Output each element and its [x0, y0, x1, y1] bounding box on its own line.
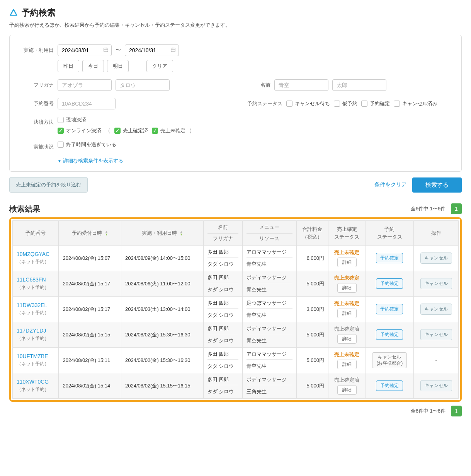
results-table: 予約番号 予約受付日時 ▲▼ 実施・利用日時 ▲▼ 名前 フリガナ	[12, 220, 459, 399]
cb-sales-unfixed[interactable]	[152, 128, 158, 134]
date-from-input[interactable]	[58, 44, 112, 56]
cell-received: 2024/08/02(金) 15:11	[59, 348, 121, 373]
cancel-button[interactable]: キャンセル	[420, 380, 452, 391]
cell-usage: 2024/08/02(金) 15:30〜16:30	[121, 348, 204, 373]
cb-past-end[interactable]	[58, 142, 64, 148]
cell-price: 5,000円	[296, 348, 328, 373]
date-to-input[interactable]	[125, 44, 179, 56]
reservation-no-input[interactable]	[58, 98, 116, 109]
th-res-status: 予約 ステータス	[366, 221, 414, 246]
res-status-button[interactable]: 予約確定	[376, 329, 403, 340]
reservation-id-link[interactable]: 11DW332EL	[17, 302, 54, 308]
search-panel: 実施・利用日 〜 昨日 今日	[9, 35, 462, 172]
name-last-input[interactable]	[274, 79, 328, 91]
detail-button[interactable]: 詳細	[337, 258, 357, 267]
res-status-button[interactable]: 予約確定	[376, 380, 403, 391]
res-status-button[interactable]: 予約確定	[376, 304, 403, 314]
cell-received: 2024/08/02(金) 15:15	[59, 322, 121, 348]
furigana-first-input[interactable]	[116, 79, 170, 91]
sort-icon: ▲▼	[105, 230, 108, 236]
sales-status: 売上未確定	[332, 351, 362, 358]
cell-furigana: タダ シロウ	[207, 261, 238, 268]
filter-unfixed-button[interactable]: 売上未確定の予約を絞り込む	[9, 177, 88, 193]
tomorrow-button[interactable]: 明日	[107, 60, 129, 72]
table-row: 110XWT0CG （ネット予約）2024/08/02(金) 15:142024…	[13, 373, 459, 399]
cancel-button[interactable]: キャンセル	[420, 304, 452, 315]
table-row: 11LC683FN （ネット予約）2024/08/02(金) 15:172024…	[13, 271, 459, 297]
clear-date-button[interactable]: クリア	[146, 60, 173, 72]
furigana-last-input[interactable]	[58, 79, 112, 91]
cell-resource: 青空先生	[247, 337, 292, 344]
reservation-id-link[interactable]: 110XWT0CG	[17, 379, 54, 385]
reservation-id-link[interactable]: 117DZY1DJ	[17, 328, 54, 334]
cb-tentative-label: 仮予約	[342, 100, 357, 107]
sales-status: 売上確定済	[332, 377, 362, 384]
date-label: 実施・利用日	[19, 44, 54, 54]
cb-onsite-label: 現地決済	[66, 116, 86, 123]
advanced-toggle[interactable]: 詳細な検索条件を表示する	[58, 157, 123, 164]
cb-sales-fixed[interactable]	[114, 128, 121, 134]
cb-online-label: オンライン決済	[66, 127, 101, 134]
yesterday-button[interactable]: 昨日	[58, 60, 79, 72]
sort-icon: ▲▼	[180, 230, 183, 236]
reservation-id-link[interactable]: 10MZQGYAC	[17, 251, 54, 257]
reservation-id-link[interactable]: 11LC683FN	[17, 276, 54, 283]
cb-onsite-payment[interactable]	[58, 117, 64, 123]
cancel-button[interactable]: キャンセル	[420, 253, 452, 264]
detail-button[interactable]: 詳細	[337, 334, 357, 344]
cell-received: 2024/08/02(金) 15:17	[59, 297, 121, 322]
table-row: 10UFTMZBE （ネット予約）2024/08/02(金) 15:112024…	[13, 348, 459, 373]
cell-price: 5,000円	[296, 373, 328, 399]
results-title: 検索結果	[9, 204, 40, 214]
th-received[interactable]: 予約受付日時 ▲▼	[59, 221, 121, 246]
cell-menu: ボディマッサージ	[247, 274, 292, 283]
cell-menu: 足つぼマッサージ	[247, 300, 292, 309]
reservation-source: （ネット予約）	[17, 259, 54, 265]
th-res-no: 予約番号	[13, 221, 59, 246]
table-row: 11DW332EL （ネット予約）2024/08/02(金) 15:172024…	[13, 297, 459, 322]
cb-sales-fixed-label: 売上確定済	[123, 127, 148, 134]
cell-name: 多田 四郎	[207, 351, 238, 360]
exec-status-label: 実施状況	[19, 141, 54, 150]
th-usage[interactable]: 実施・利用日時 ▲▼	[121, 221, 204, 246]
today-button[interactable]: 今日	[82, 60, 104, 72]
th-name: 名前 フリガナ	[203, 221, 242, 246]
reservation-id-link[interactable]: 10UFTMZBE	[17, 353, 54, 359]
cb-confirmed[interactable]	[361, 101, 367, 107]
cancel-button[interactable]: キャンセル	[420, 329, 452, 340]
cell-resource: 青空先生	[247, 286, 292, 293]
cb-sales-unfixed-label: 売上未確定	[160, 127, 185, 134]
cb-cancelled[interactable]	[394, 101, 400, 107]
detail-button[interactable]: 詳細	[337, 283, 357, 293]
cb-tentative[interactable]	[334, 101, 340, 107]
sales-status: 売上未確定	[332, 249, 362, 256]
cancel-button[interactable]: キャンセル	[420, 278, 452, 289]
cell-usage: 2024/08/02(金) 15:15〜16:15	[121, 373, 204, 399]
search-button[interactable]: 検索する	[412, 177, 462, 193]
detail-button[interactable]: 詳細	[337, 309, 357, 318]
reservation-source: （ネット予約）	[17, 310, 54, 316]
cell-received: 2024/08/02(金) 15:14	[59, 373, 121, 399]
clear-conditions-link[interactable]: 条件をクリア	[374, 181, 407, 188]
op-none: -	[435, 357, 437, 363]
cell-resource: 青空先生	[247, 363, 292, 370]
res-status-button[interactable]: 予約確定	[376, 278, 403, 289]
payment-label: 決済方法	[19, 116, 54, 126]
page-current-footer[interactable]: 1	[451, 406, 462, 416]
res-status-button[interactable]: 予約確定	[376, 253, 403, 263]
name-first-input[interactable]	[332, 79, 386, 91]
detail-button[interactable]: 詳細	[337, 385, 357, 395]
reservation-source: （ネット予約）	[17, 386, 54, 393]
res-status-cancelled: キャンセル(お客様都合)	[372, 352, 407, 368]
cb-online-payment[interactable]	[58, 128, 64, 134]
cell-price: 5,000円	[296, 322, 328, 348]
cell-menu: アロママッサージ	[247, 351, 292, 360]
cb-waitlist[interactable]	[286, 101, 292, 107]
cb-confirmed-label: 予約確定	[370, 100, 390, 107]
paren-close: ）	[189, 127, 195, 134]
page-current[interactable]: 1	[451, 203, 462, 214]
table-row: 117DZY1DJ （ネット予約）2024/08/02(金) 15:152024…	[13, 322, 459, 348]
table-row: 10MZQGYAC （ネット予約）2024/08/02(金) 15:072024…	[13, 246, 459, 271]
detail-button[interactable]: 詳細	[337, 360, 357, 369]
cell-name: 多田 四郎	[207, 325, 238, 334]
